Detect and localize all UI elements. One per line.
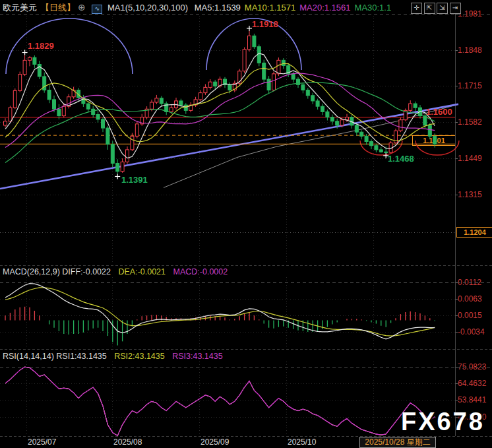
rsi2-value: RSI2:43.1435 [114, 352, 164, 361]
macd-header: MACD(26,12,9) DIFF:-0.0022 DEA:-0.0021 M… [3, 267, 228, 276]
period-label: 【日线】 [41, 3, 75, 13]
month-label: 2025/09 [200, 437, 229, 447]
chart-window: 欧元美元【日线】⊕ ∿ MA1(5,10,20,30,100) MA5:1.15… [0, 0, 492, 448]
annotation-low-oct: 1.1468 [388, 154, 414, 164]
symbol-title: 欧元美元 [3, 3, 37, 13]
macd-title: MACD(26,12,9) [3, 267, 60, 276]
annotation-high-sep: 1.1918 [252, 19, 278, 29]
ma-value-1: MA10:1.1571 [245, 3, 295, 13]
month-label: 2025/08 [113, 437, 142, 447]
macd-dea-value: DEA:-0.0021 [118, 267, 166, 276]
rsi-title: RSI(14,14,14) [3, 352, 54, 361]
snap-left-icon[interactable]: ⇱ [424, 3, 435, 14]
ma-settings-label: MA1(5,10,20,30,100) [108, 3, 188, 13]
chart-canvas[interactable] [0, 0, 492, 448]
ma-value-0: MA5:1.1539 [195, 3, 241, 13]
month-label: 2025/07 [28, 437, 56, 447]
crosshair-icon[interactable]: ✛ [411, 3, 422, 14]
ma-values: MA5:1.1539MA10:1.1571MA20:1.1561MA30:1.1 [195, 3, 395, 13]
macd-macd-value: MACD:-0.0002 [173, 267, 228, 276]
chart-header: 欧元美元【日线】⊕ ∿ MA1(5,10,20,30,100) MA5:1.15… [3, 2, 399, 14]
macd-diff-value: DIFF:-0.0022 [62, 267, 111, 276]
watermark: FX678 [401, 408, 485, 436]
rsi3-value: RSI3:43.1435 [172, 352, 222, 361]
rsi-header: RSI(14,14,14) RSI1:43.1435 RSI2:43.1435 … [3, 352, 223, 361]
forward-icon[interactable]: ⇥ [450, 3, 461, 14]
month-label: 2025/10 [288, 437, 316, 447]
rsi1-value: RSI1:43.1435 [56, 352, 106, 361]
snap-right-icon[interactable]: ⇲ [437, 3, 448, 14]
annotation-high-july: 1.1829 [28, 41, 54, 51]
resistance-price-label: 1.1600 [426, 107, 452, 117]
current-date-label: 2025/10/28 星期二 [359, 437, 436, 448]
ma-value-2: MA20:1.1561 [299, 3, 350, 13]
alert-price-label: 1.1204 [456, 227, 492, 238]
ma-value-3: MA30:1.1 [355, 3, 392, 13]
annotation-low-aug: 1.1391 [121, 175, 148, 185]
add-indicator-icon[interactable]: ⊕ [78, 2, 86, 13]
chart-style-icon[interactable]: ∿ [92, 5, 102, 14]
